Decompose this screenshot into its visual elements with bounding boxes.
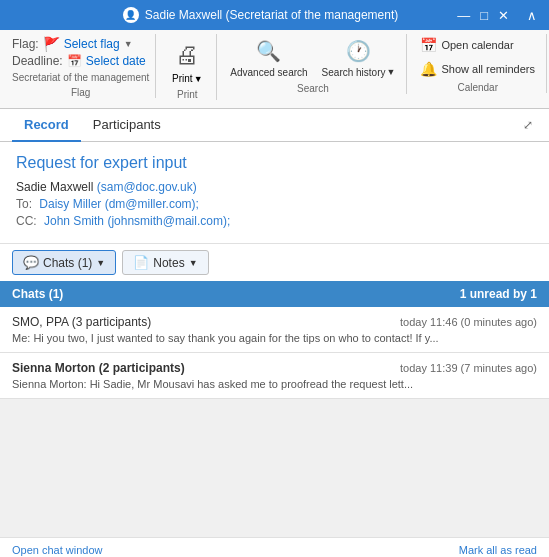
section-bar: 💬 Chats (1) ▼ 📄 Notes ▼ bbox=[0, 243, 549, 281]
open-chat-window-link[interactable]: Open chat window bbox=[12, 544, 103, 556]
flag-group: Flag: 🚩 Select flag ▼ Deadline: 📅 Select… bbox=[6, 34, 156, 98]
notes-icon: 📄 bbox=[133, 255, 149, 270]
chats-chevron[interactable]: ▼ bbox=[96, 258, 105, 268]
open-calendar-label: Open calendar bbox=[441, 39, 513, 51]
secretariat-label: Secretariat of the management bbox=[12, 72, 149, 83]
show-all-reminders-label: Show all reminders bbox=[441, 63, 535, 75]
cc-value: John Smith (johnsmith@mail.com); bbox=[44, 214, 230, 228]
chats-header-title: Chats (1) bbox=[12, 287, 63, 301]
deadline-select[interactable]: Select date bbox=[86, 54, 146, 68]
search-history-chevron[interactable]: ▼ bbox=[387, 68, 396, 78]
tab-record[interactable]: Record bbox=[12, 109, 81, 142]
title-controls: — □ ✕ ∧ bbox=[453, 8, 541, 23]
chats-header: Chats (1) 1 unread by 1 bbox=[0, 281, 549, 307]
record-cc: CC: John Smith (johnsmith@mail.com); bbox=[16, 214, 533, 228]
print-group: 🖨 Print ▼ Print bbox=[158, 34, 217, 100]
cc-label: CC: bbox=[16, 214, 37, 228]
calendar-icon: 📅 bbox=[420, 37, 437, 53]
record-content: Request for expert input Sadie Maxwell (… bbox=[0, 142, 549, 243]
search-history-label: Search history bbox=[322, 67, 386, 78]
chat-item[interactable]: Sienna Morton (2 participants) today 11:… bbox=[0, 353, 549, 399]
calendar-group-label: Calendar bbox=[457, 82, 498, 93]
tab-participants[interactable]: Participants bbox=[81, 109, 173, 142]
notes-chevron[interactable]: ▼ bbox=[189, 258, 198, 268]
flag-group-label: Flag bbox=[71, 87, 90, 98]
reminder-icon: 🔔 bbox=[420, 61, 437, 77]
search-history-button[interactable]: 🕐 Search history ▼ bbox=[317, 34, 401, 81]
record-to: To: Daisy Miller (dm@miller.com); bbox=[16, 197, 533, 211]
expand-button[interactable]: ∧ bbox=[523, 8, 541, 23]
print-chevron[interactable]: ▼ bbox=[194, 74, 203, 84]
chat-item-time: today 11:46 (0 minutes ago) bbox=[400, 316, 537, 328]
print-label: Print bbox=[172, 73, 193, 84]
advanced-search-button[interactable]: 🔍 Advanced search bbox=[225, 34, 312, 81]
minimize-button[interactable]: — bbox=[453, 8, 474, 23]
chat-item-name: SMO, PPA (3 participants) bbox=[12, 315, 151, 329]
from-email: (sam@doc.gov.uk) bbox=[97, 180, 197, 194]
bottom-bar: Open chat window Mark all as read bbox=[0, 537, 549, 557]
close-button[interactable]: ✕ bbox=[494, 8, 513, 23]
search-history-icon: 🕐 bbox=[345, 37, 373, 65]
title-bar-username: Sadie Maxwell (Secretariat of the manage… bbox=[145, 8, 398, 22]
restore-button[interactable]: □ bbox=[476, 8, 492, 23]
to-label: To: bbox=[16, 197, 32, 211]
flag-chevron[interactable]: ▼ bbox=[124, 39, 133, 49]
tab-expand-icon[interactable]: ⤢ bbox=[519, 114, 537, 136]
chat-item-name: Sienna Morton (2 participants) bbox=[12, 361, 185, 375]
notes-section-tab[interactable]: 📄 Notes ▼ bbox=[122, 250, 208, 275]
calendar-group: 📅 Open calendar 🔔 Show all reminders Cal… bbox=[409, 34, 547, 93]
print-group-label: Print bbox=[177, 89, 198, 100]
chats-icon: 💬 bbox=[23, 255, 39, 270]
search-group-label: Search bbox=[297, 83, 329, 94]
chats-tab-label: Chats (1) bbox=[43, 256, 92, 270]
tabs-row: Record Participants ⤢ bbox=[0, 109, 549, 142]
ribbon: Flag: 🚩 Select flag ▼ Deadline: 📅 Select… bbox=[0, 30, 549, 109]
record-from: Sadie Maxwell (sam@doc.gov.uk) bbox=[16, 180, 533, 194]
open-calendar-button[interactable]: 📅 Open calendar bbox=[415, 34, 540, 56]
record-title: Request for expert input bbox=[16, 154, 533, 172]
chat-item-preview: Sienna Morton: Hi Sadie, Mr Mousavi has … bbox=[12, 378, 537, 390]
chat-item-preview: Me: Hi you two, I just wanted to say tha… bbox=[12, 332, 537, 344]
chats-unread-badge: 1 unread by 1 bbox=[460, 287, 537, 301]
flag-label: Flag: bbox=[12, 37, 39, 51]
advanced-search-icon: 🔍 bbox=[255, 37, 283, 65]
advanced-search-label: Advanced search bbox=[230, 67, 307, 78]
mark-all-read-link[interactable]: Mark all as read bbox=[459, 544, 537, 556]
title-bar: 👤 Sadie Maxwell (Secretariat of the mana… bbox=[0, 0, 549, 30]
main-wrapper: Record Participants ⤢ Request for expert… bbox=[0, 109, 549, 557]
chat-item[interactable]: SMO, PPA (3 participants) today 11:46 (0… bbox=[0, 307, 549, 353]
search-group: 🔍 Advanced search 🕐 Search history ▼ Sea… bbox=[219, 34, 407, 94]
chat-list: SMO, PPA (3 participants) today 11:46 (0… bbox=[0, 307, 549, 399]
show-all-reminders-button[interactable]: 🔔 Show all reminders bbox=[415, 58, 540, 80]
chats-section-tab[interactable]: 💬 Chats (1) ▼ bbox=[12, 250, 116, 275]
chat-item-time: today 11:39 (7 minutes ago) bbox=[400, 362, 537, 374]
to-value: Daisy Miller (dm@miller.com); bbox=[39, 197, 199, 211]
title-bar-user: 👤 Sadie Maxwell (Secretariat of the mana… bbox=[123, 7, 398, 23]
user-icon: 👤 bbox=[123, 7, 139, 23]
flag-select[interactable]: Select flag bbox=[64, 37, 120, 51]
deadline-label: Deadline: bbox=[12, 54, 63, 68]
notes-tab-label: Notes bbox=[153, 256, 184, 270]
print-button[interactable]: 🖨 Print ▼ bbox=[164, 34, 210, 87]
print-icon: 🖨 bbox=[169, 37, 205, 73]
from-name: Sadie Maxwell bbox=[16, 180, 93, 194]
